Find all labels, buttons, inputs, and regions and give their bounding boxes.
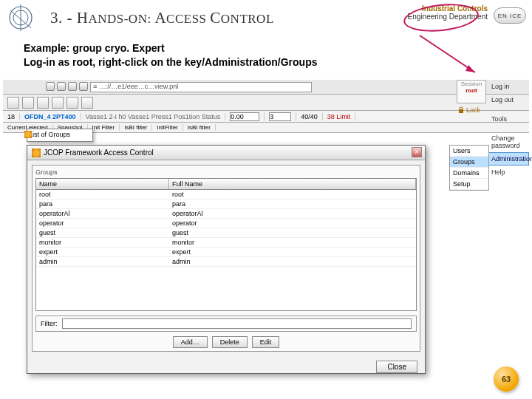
menu-item-logout[interactable]: Log out <box>488 93 529 106</box>
value-field[interactable] <box>269 112 291 121</box>
submenu-groups[interactable]: Groups <box>450 157 488 168</box>
menu-item-login[interactable]: Log in <box>488 80 529 93</box>
toolbar-icon[interactable] <box>66 97 78 109</box>
table-row[interactable]: parapara <box>36 200 416 209</box>
access-control-dialog: JCOP Framework Access Control × Groups N… <box>27 145 426 374</box>
toolbar-icon[interactable] <box>81 97 93 109</box>
enice-badge: EN ICE <box>494 7 526 24</box>
add-button[interactable]: Add… <box>173 336 208 348</box>
table-row[interactable]: expertexpert <box>36 248 416 257</box>
submenu-users[interactable]: Users <box>450 146 488 157</box>
table-row[interactable]: operatorAloperatorAl <box>36 209 416 219</box>
cern-logo <box>6 3 35 33</box>
url-field[interactable]: ≡ …://…e1/eee…c…view.pnl <box>90 82 312 92</box>
menu-item-help[interactable]: Help <box>488 166 529 179</box>
filter-row: Filter: <box>35 316 417 332</box>
col-name[interactable]: Name <box>36 179 169 189</box>
lock-indicator[interactable]: Lock <box>457 106 480 114</box>
screenshot-region: ≡ …://…e1/eee…c…view.pnl 18 OFDN_4 2PT40… <box>3 80 529 390</box>
toolbar-icon[interactable] <box>7 97 19 109</box>
toolbar-icon[interactable] <box>37 97 49 109</box>
page-number: 63 <box>494 366 519 392</box>
context-menu: Log in Log out Tools Change password Adm… <box>488 80 529 179</box>
list-of-groups-label: List of Groups <box>27 129 93 142</box>
filter-input[interactable] <box>62 318 412 329</box>
col-fullname[interactable]: Full Name <box>169 179 416 189</box>
close-icon[interactable]: × <box>412 147 422 157</box>
admin-submenu: Users Groups Domains Setup <box>449 145 489 191</box>
menu-item-changepw[interactable]: Change password <box>488 132 529 152</box>
session-box: Session root <box>457 80 486 103</box>
submenu-domains[interactable]: Domains <box>450 168 488 179</box>
toolbar-icon[interactable] <box>22 97 34 109</box>
delete-button[interactable]: Delete <box>212 336 248 348</box>
table-row[interactable]: guestguest <box>36 228 416 238</box>
edit-button[interactable]: Edit <box>252 336 280 348</box>
groups-legend: Groups <box>35 168 417 176</box>
app-icon <box>32 149 41 157</box>
nav-icons <box>46 82 88 91</box>
dialog-titlebar: JCOP Framework Access Control × <box>27 146 425 160</box>
submenu-setup[interactable]: Setup <box>450 179 488 190</box>
menu-item-administration[interactable]: Administration <box>488 152 529 166</box>
close-button[interactable]: Close <box>376 361 417 373</box>
groups-table[interactable]: Name Full Name rootrootparaparaoperatorA… <box>35 178 417 311</box>
svg-rect-5 <box>459 109 463 113</box>
menu-item-tools[interactable]: Tools <box>488 112 529 126</box>
value-field[interactable] <box>230 112 259 121</box>
table-row[interactable]: monitormonitor <box>36 238 416 248</box>
table-row[interactable]: rootroot <box>36 190 416 200</box>
toolbar-icon[interactable] <box>52 97 64 109</box>
slide-title: 3. - HANDS-ON: ACCESS CONTROL <box>50 9 274 27</box>
callout-arrow <box>412 34 479 78</box>
table-row[interactable]: operatoroperator <box>36 219 416 228</box>
table-row[interactable]: adminadmin <box>36 257 416 267</box>
